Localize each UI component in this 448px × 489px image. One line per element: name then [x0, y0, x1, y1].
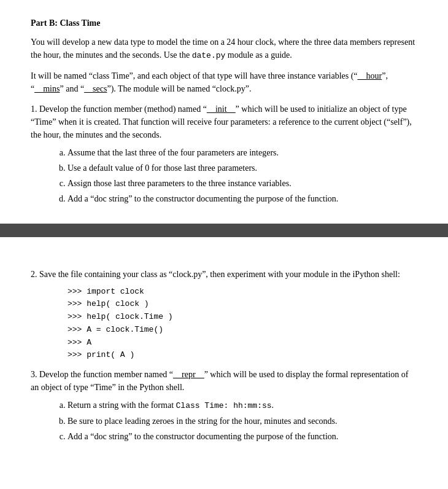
item-1d: Add a “doc string” to the constructor do… [68, 192, 417, 205]
code-line-6: >>> print( A ) [68, 349, 417, 362]
code-line-4: >>> A = clock.Time() [68, 324, 417, 337]
item-1: 1. Develop the function member (method) … [31, 103, 417, 205]
bottom-section: 2. Save the file containing your class a… [0, 237, 448, 490]
top-section: Part B: Class Time You will develop a ne… [0, 0, 448, 224]
item-3-text: 3. Develop the function member named “__… [31, 368, 417, 394]
item-1-text: 1. Develop the function member (method) … [31, 103, 417, 141]
code-block: >>> import clock >>> help( clock ) >>> h… [68, 286, 417, 362]
part-title-text: Part B: Class Time [31, 18, 100, 28]
mins-var: __mins [34, 84, 60, 93]
repr-method: __repr__ [173, 370, 204, 379]
item-1-sublist: Assume that the last three of the four p… [68, 146, 417, 205]
code-line-3: >>> help( clock.Time ) [68, 311, 417, 324]
part-title: Part B: Class Time [31, 18, 417, 28]
item-3a: Return a string with the format Class Ti… [68, 399, 417, 412]
code-line-2: >>> help( clock ) [68, 298, 417, 311]
paragraph-2: It will be named “class Time”, and each … [31, 69, 417, 95]
item-1a: Assume that the last three of the four p… [68, 146, 417, 159]
format-code: Class Time: hh:mm:ss [176, 401, 272, 410]
item-3-sublist: Return a string with the format Class Ti… [68, 399, 417, 443]
secs-var: __secs [84, 84, 107, 93]
code-datepy: date.py [192, 51, 226, 60]
paragraph-1: You will develop a new data type to mode… [31, 36, 417, 62]
init-method: __init__ [207, 104, 236, 114]
code-line-5: >>> A [68, 337, 417, 350]
item-3b: Be sure to place leading zeroes in the s… [68, 415, 417, 428]
section-divider [0, 224, 448, 237]
page: Part B: Class Time You will develop a ne… [0, 0, 448, 489]
item-2: 2. Save the file containing your class a… [31, 268, 417, 362]
hour-var: __hour [358, 71, 382, 80]
item-1b: Use a default value of 0 for those last … [68, 162, 417, 174]
item-3: 3. Develop the function member named “__… [31, 368, 417, 443]
code-line-1: >>> import clock [68, 286, 417, 299]
item-1c: Assign those last three parameters to th… [68, 177, 417, 190]
item-3c: Add a “doc string” to the constructor do… [68, 430, 417, 443]
item-2-text: 2. Save the file containing your class a… [31, 268, 417, 281]
